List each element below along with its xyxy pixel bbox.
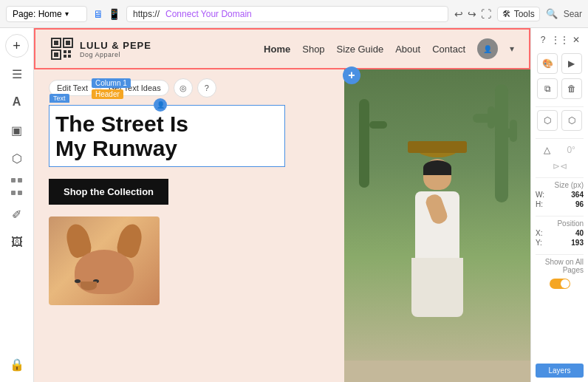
search-icon[interactable]: 🔍 [546,8,558,19]
headline-line1: The Street Is [55,112,188,136]
rotate-value: 0° [567,145,575,155]
props-icons-row2: ⧉ 🗑 [536,78,584,99]
props-divider3 [536,177,584,178]
svg-rect-8 [64,55,66,58]
width-label: W: [536,191,544,199]
woman-figure [408,135,467,317]
props-divider5 [536,254,584,255]
cactus-background [344,69,530,382]
animation-button[interactable]: ◎ [174,78,193,98]
right-properties-panel: ? ⋮⋮ ✕ 🎨 ▶ ⧉ 🗑 ⬡ ⬡ △ 0° ⊳⊲ [530,28,588,382]
y-value[interactable]: 193 [571,239,584,247]
svg-rect-3 [66,41,70,45]
headline-line2: My Runway [55,136,177,160]
nav-home[interactable]: Home [264,44,290,55]
logo-text: LULU & PEPE Dog Apparel [80,40,151,58]
y-row: Y: 193 [536,239,584,247]
add-element-button[interactable]: + [5,34,29,58]
props-icons-row1: 🎨 ▶ [536,53,584,74]
grid-prop-icon[interactable]: ⋮⋮ [553,33,567,47]
nav-size-guide[interactable]: Size Guide [337,44,384,55]
help-prop-icon[interactable]: ? [536,33,550,47]
align-left-icon[interactable]: △ [544,145,550,155]
undo-icon[interactable]: ↩ [454,8,463,20]
image-tool-icon[interactable]: 🖼 [5,231,29,254]
nav-contact[interactable]: Contact [432,44,465,55]
user-avatar[interactable]: 👤 [477,38,498,59]
size-section: Size (px) W: 364 H: 96 [536,181,584,210]
redo-icon[interactable]: ↪ [468,8,476,20]
nav-about[interactable]: About [395,44,420,55]
text-tool-icon[interactable]: A [5,90,29,114]
device-icons: 🖥 📱 [93,8,120,20]
size-label: Size (px) [536,181,584,189]
design-tab-icon[interactable]: 🎨 [537,53,558,74]
move-forward-icon[interactable]: ⬡ [537,110,558,131]
browser-bar: Page: Home ▾ 🖥 📱 https:// Connect Your D… [0,0,588,28]
apps-tool-icon[interactable] [11,174,23,198]
help-button[interactable]: ? [197,78,216,98]
x-row: X: 40 [536,229,584,237]
header-label: Header [92,89,123,99]
copy-prop-icon[interactable]: ⧉ [537,78,558,99]
cactus-main [495,84,508,202]
animate-tab-icon[interactable]: ▶ [561,53,582,74]
text-element-box[interactable]: Text 👤 The Street Is My Runway [49,105,285,167]
canvas-add-button[interactable]: + [343,66,360,84]
close-prop-icon[interactable]: ✕ [569,33,584,47]
svg-rect-7 [68,50,71,53]
flip-row: ⊳⊲ [536,161,584,171]
site-header: LULU & PEPE Dog Apparel Home Shop Size G… [34,28,530,69]
desktop-icon[interactable]: 🖥 [93,8,103,20]
media-tool-icon[interactable]: ▣ [5,118,29,142]
layers-button[interactable]: Layers [536,364,584,378]
connect-domain[interactable]: Connect Your Domain [165,9,252,19]
cta-button[interactable]: Shop the Collection [49,179,168,205]
page-dropdown-icon[interactable]: ▾ [65,10,69,18]
tools-icon: 🛠 [502,9,511,19]
url-text: https:// [133,9,160,19]
nav-shop[interactable]: Shop [302,44,324,55]
logo-tagline: Dog Apparel [80,51,151,58]
text-type-label: Text [49,94,69,103]
element-handle[interactable]: 👤 [154,98,167,112]
props-top-bar: ? ⋮⋮ ✕ [536,33,584,47]
height-label: H: [536,200,543,208]
page-label: Page: Home [13,9,62,19]
show-all-pages-toggle[interactable] [550,279,570,289]
site-nav: Home Shop Size Guide About Contact 👤 ▾ [264,38,514,59]
mobile-icon[interactable]: 📱 [108,8,120,20]
lock-tool-icon[interactable]: 🔒 [5,352,29,376]
shapes-tool-icon[interactable]: ⬡ [5,146,29,170]
position-section: Position X: 40 Y: 193 [536,219,584,248]
browser-nav-icons: ↩ ↪ ⛶ [454,8,491,20]
height-value[interactable]: 96 [575,200,584,208]
width-value[interactable]: 364 [571,191,584,199]
right-image-panel [344,69,530,382]
height-row: H: 96 [536,200,584,208]
pages-icon[interactable]: ☰ [5,62,29,86]
column-label: Column 1 [92,78,131,88]
nav-dropdown-icon[interactable]: ▾ [510,44,514,54]
move-back-icon[interactable]: ⬡ [561,110,582,131]
svg-rect-6 [64,50,66,53]
props-divider2 [536,138,584,139]
website-preview: LULU & PEPE Dog Apparel Home Shop Size G… [34,28,530,382]
fullscreen-icon[interactable]: ⛶ [481,8,491,20]
show-all-pages-label: Show on All Pages [536,258,584,274]
tools-button[interactable]: 🛠 Tools [497,7,540,21]
delete-prop-icon[interactable]: 🗑 [561,78,582,99]
svg-rect-5 [54,52,58,57]
blog-tool-icon[interactable]: ✐ [5,202,29,226]
dog-image [49,216,160,305]
headline-text[interactable]: The Street Is My Runway [55,112,278,160]
content-area: Edit Text Get Text Ideas ◎ ? Text 👤 The … [34,69,530,382]
x-value[interactable]: 40 [575,229,584,237]
search-label: Sear [564,9,582,19]
toggle-knob [561,279,570,288]
tools-label: Tools [514,9,535,19]
page-selector[interactable]: Page: Home ▾ [6,6,87,22]
flip-h-icon[interactable]: ⊳⊲ [553,161,567,171]
props-icons-row3: ⬡ ⬡ [536,110,584,131]
url-bar[interactable]: https:// Connect Your Domain [126,6,448,22]
